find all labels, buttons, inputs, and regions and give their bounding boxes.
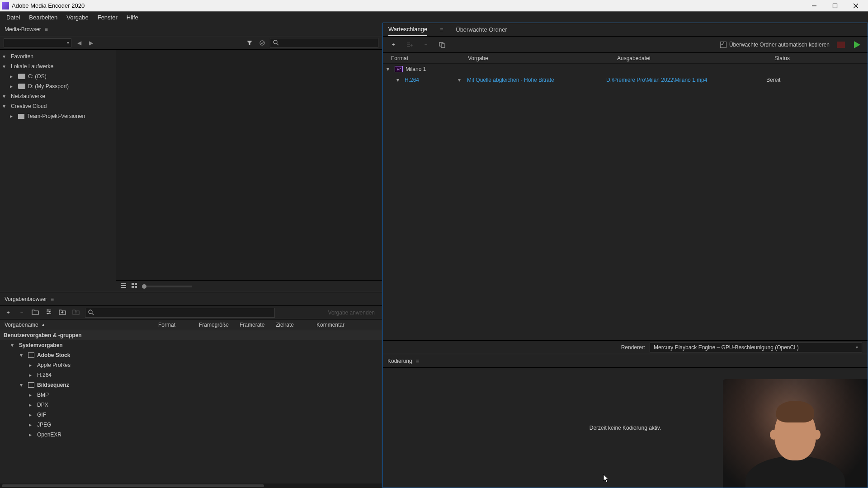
col-framesize[interactable]: Framegröße [199, 322, 240, 328]
preset-gif[interactable]: GIF [0, 410, 382, 420]
preset-openexr[interactable]: OpenEXR [0, 430, 382, 440]
preset-dpx[interactable]: DPX [0, 400, 382, 410]
sort-asc-icon: ▲ [41, 322, 46, 327]
encoding-status-text: Derzeit keine Kodierung aktiv. [590, 425, 661, 431]
group-user-presets[interactable]: Benutzervorgaben & -gruppen [0, 330, 382, 340]
menu-preset[interactable]: Vorgabe [62, 13, 93, 22]
renderer-value: Mercury Playback Engine – GPU-Beschleuni… [654, 344, 799, 351]
menu-help[interactable]: Hilfe [122, 13, 143, 22]
queue-output-row[interactable]: H.264 Mit Quelle abgleichen - Hohe Bitra… [383, 75, 868, 85]
svg-point-18 [49, 311, 51, 313]
export-preset-button[interactable] [71, 309, 80, 316]
renderer-select[interactable]: Mercury Playback Engine – GPU-Beschleuni… [650, 343, 862, 352]
format-dropdown-icon[interactable] [458, 77, 463, 83]
window-title: Adobe Media Encoder 2020 [12, 2, 804, 9]
tree-network-drives[interactable]: Netzlaufwerke [0, 91, 116, 101]
preset-jpeg[interactable]: JPEG [0, 420, 382, 430]
add-output-button[interactable] [405, 40, 415, 50]
encoding-menu-icon[interactable]: ≡ [416, 358, 419, 364]
svg-line-21 [92, 313, 94, 315]
tab-queue[interactable]: Warteschlange [388, 23, 427, 36]
preset-browser-title: Vorgabenbrowser [5, 296, 47, 302]
folder-icon [18, 114, 24, 119]
nav-back-icon[interactable]: ◀ [74, 38, 84, 48]
svg-rect-10 [132, 283, 134, 285]
queue-col-output[interactable]: Ausgabedatei [617, 55, 774, 61]
preset-search-input[interactable] [85, 308, 275, 318]
queue-col-format[interactable]: Format [391, 55, 468, 61]
window-maximize-button[interactable] [825, 0, 845, 12]
new-group-button[interactable] [31, 309, 40, 316]
media-browser-menu-icon[interactable]: ≡ [45, 26, 48, 33]
col-bitrate[interactable]: Zielrate [276, 322, 316, 328]
preset-apple-prores[interactable]: Apple ProRes [0, 360, 382, 370]
col-format[interactable]: Format [158, 322, 199, 328]
preset-image-sequence[interactable]: Bildsequenz [0, 380, 382, 390]
tree-local-drives[interactable]: Lokale Laufwerke [0, 61, 116, 71]
svg-point-17 [47, 310, 49, 311]
add-preset-button[interactable]: ＋ [4, 309, 13, 316]
list-view-icon[interactable] [120, 282, 127, 290]
svg-rect-12 [132, 286, 134, 288]
preset-column-headers: Vorgabename▲ Format Framegröße Framerate… [0, 319, 382, 330]
output-preset[interactable]: Mit Quelle abgleichen - Hohe Bitrate [467, 77, 554, 83]
menu-edit[interactable]: Bearbeiten [24, 13, 62, 22]
stop-queue-button[interactable] [836, 40, 846, 50]
tab-watched-folders[interactable]: Überwachte Ordner [456, 23, 507, 36]
window-close-button[interactable] [845, 0, 866, 12]
tree-drive-c[interactable]: C: (OS) [0, 71, 116, 81]
ingest-icon[interactable] [257, 38, 267, 48]
preset-browser-menu-icon[interactable]: ≡ [51, 296, 54, 302]
output-status: Bereit [766, 77, 780, 83]
svg-rect-8 [121, 285, 126, 286]
menu-file[interactable]: Datei [2, 13, 24, 22]
svg-rect-9 [121, 287, 126, 288]
job-name: Milano 1 [406, 66, 426, 72]
import-preset-button[interactable] [58, 309, 67, 316]
tree-drive-d[interactable]: D: (My Passport) [0, 81, 116, 91]
search-icon [88, 310, 94, 315]
thumbnail-size-slider[interactable] [142, 286, 192, 287]
webcam-overlay [723, 379, 868, 488]
add-source-button[interactable]: ＋ [388, 40, 398, 50]
apply-preset-button[interactable]: Vorgabe anwenden [325, 310, 378, 316]
window-minimize-button[interactable] [804, 0, 825, 12]
premiere-icon: Pr [395, 66, 403, 72]
preset-bmp[interactable]: BMP [0, 390, 382, 400]
filter-icon[interactable] [245, 38, 255, 48]
tree-team-versions[interactable]: Team-Projekt-Versionen [0, 111, 116, 121]
col-name[interactable]: Vorgabename [5, 322, 38, 328]
auto-encode-checkbox[interactable]: Überwachte Ordner automatisch kodieren [720, 42, 830, 48]
output-format[interactable]: H.264 [405, 77, 419, 83]
queue-menu-icon[interactable]: ≡ [440, 27, 443, 33]
nav-forward-icon[interactable]: ▶ [86, 38, 96, 48]
menu-window[interactable]: Fenster [93, 13, 122, 22]
media-browser-panel: Media-Browser ≡ ▾ ◀ ▶ [0, 23, 382, 292]
renderer-label: Renderer: [621, 344, 645, 351]
media-browser-content [116, 50, 382, 280]
media-search-input[interactable] [270, 38, 378, 48]
preset-h264[interactable]: H.264 [0, 370, 382, 380]
remove-preset-button[interactable]: － [17, 309, 26, 316]
search-icon [273, 40, 279, 46]
duplicate-button[interactable] [437, 40, 447, 50]
col-comment[interactable]: Kommentar [316, 322, 357, 328]
preset-hscrollbar[interactable] [0, 483, 382, 488]
group-system-presets[interactable]: Systemvorgaben [0, 340, 382, 350]
auto-encode-label: Überwachte Ordner automatisch kodieren [729, 42, 830, 48]
queue-job[interactable]: Pr Milano 1 [383, 64, 868, 75]
remove-button[interactable]: － [421, 40, 431, 50]
path-dropdown[interactable]: ▾ [4, 38, 71, 47]
output-path[interactable]: D:\Premiere Pro\Milan 2022\Milano 1.mp4 [606, 77, 707, 83]
queue-col-preset[interactable]: Vorgabe [468, 55, 617, 61]
queue-col-status[interactable]: Status [774, 55, 829, 61]
drive-icon [18, 84, 25, 89]
preset-settings-button[interactable] [44, 309, 53, 316]
preset-set-icon [28, 352, 34, 358]
thumb-view-icon[interactable] [131, 282, 137, 290]
col-framerate[interactable]: Framerate [240, 322, 276, 328]
preset-adobe-stock[interactable]: Adobe Stock [0, 350, 382, 360]
start-queue-button[interactable] [852, 40, 862, 50]
tree-favorites[interactable]: Favoriten [0, 52, 116, 61]
tree-creative-cloud[interactable]: Creative Cloud [0, 101, 116, 111]
